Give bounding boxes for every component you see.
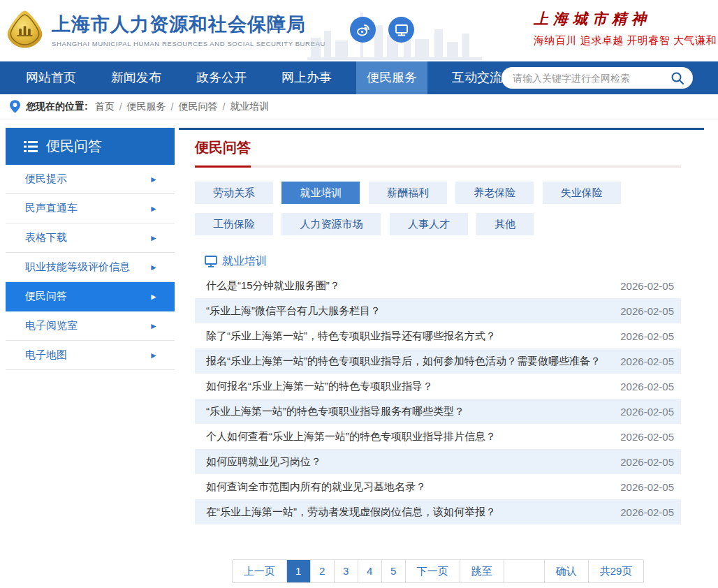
search-input[interactable] <box>513 73 671 84</box>
tab-employment-training[interactable]: 就业培训 <box>281 182 360 204</box>
qa-list: 就业培训 什么是“15分钟就业服务圈”？ 2026-02-05 “乐业上海”微信… <box>195 249 681 524</box>
question-link[interactable]: 如何应聘就业见习岗位？ <box>206 455 606 469</box>
monitor-glyph <box>394 22 409 38</box>
content-layout: 便民问答 便民提示 ► 民声直通车 ► 表格下载 ► 职业技能等级评价信息 ► … <box>0 128 718 583</box>
question-date: 2026-02-05 <box>620 456 674 468</box>
breadcrumb-separator: / <box>171 101 174 112</box>
sidebar-title: 便民问答 <box>46 137 102 156</box>
slogan-title: 上海城市精神 <box>534 9 714 29</box>
qa-row[interactable]: 如何查询全市范围内所有的就业见习基地名录？ 2026-02-05 <box>195 474 681 499</box>
sidebar-item-label: 便民提示 <box>25 172 67 186</box>
question-link[interactable]: 报名“乐业上海第一站”的特色专项职业指导后，如何参加特色活动？需要做哪些准备？ <box>206 355 606 368</box>
page-jump-input[interactable] <box>504 560 544 582</box>
tab-work-injury-insurance[interactable]: 工伤保险 <box>195 213 273 235</box>
question-link[interactable]: 个人如何查看“乐业上海第一站”的特色专项职业指导排片信息？ <box>206 430 606 443</box>
tab-hr-market[interactable]: 人力资源市场 <box>281 213 381 235</box>
question-date: 2026-02-05 <box>620 406 674 418</box>
qa-row[interactable]: 报名“乐业上海第一站”的特色专项职业指导后，如何参加特色活动？需要做哪些准备？ … <box>195 348 681 374</box>
site-subtitle: SHANGHAI MUNICIPAL HUMAN RESOURCES AND S… <box>52 40 325 47</box>
page-button-2[interactable]: 2 <box>310 560 334 582</box>
arrow-right-icon: ► <box>149 351 158 360</box>
city-spirit-slogan: 上海城市精神 海纳百川 追求卓越 开明睿智 大气谦和 <box>534 9 714 47</box>
pagination-wrapper: 上一页 1 2 3 4 5 下一页 跳至 确认 共29页 <box>195 559 681 583</box>
tab-pension-insurance[interactable]: 养老保险 <box>455 182 534 204</box>
tab-personnel-talent[interactable]: 人事人才 <box>390 213 468 235</box>
qa-row[interactable]: 什么是“15分钟就业服务圈”？ 2026-02-05 <box>195 273 681 298</box>
sidebar-item-e-reading-room[interactable]: 电子阅览室 ► <box>6 311 175 341</box>
nav-item-online-services[interactable]: 网上办事 <box>271 61 342 94</box>
arrow-right-icon: ► <box>149 292 158 302</box>
qa-row[interactable]: 如何报名“乐业上海第一站”的特色专项职业指导？ 2026-02-05 <box>195 374 681 399</box>
breadcrumb-home[interactable]: 首页 <box>95 101 115 113</box>
pagination: 上一页 1 2 3 4 5 下一页 跳至 确认 共29页 <box>232 559 645 583</box>
question-link[interactable]: 除了“乐业上海第一站”，特色专项职业指导还有哪些报名方式？ <box>206 330 606 343</box>
question-link[interactable]: 如何查询全市范围内所有的就业见习基地名录？ <box>206 480 606 494</box>
list-icon <box>24 141 38 152</box>
location-pin-icon <box>10 100 20 113</box>
sidebar-item-label: 表格下载 <box>25 231 67 244</box>
weibo-icon[interactable] <box>350 17 376 43</box>
question-date: 2026-02-05 <box>620 506 674 518</box>
page-title: 便民问答 <box>195 138 681 166</box>
sidebar-item-label: 职业技能等级评价信息 <box>25 260 130 274</box>
site-search <box>501 67 693 89</box>
question-link[interactable]: 什么是“15分钟就业服务圈”？ <box>206 279 606 293</box>
sidebar-item-e-map[interactable]: 电子地图 ► <box>6 341 175 370</box>
page: 上海市人力资源和社会保障局 SHANGHAI MUNICIPAL HUMAN R… <box>0 0 718 588</box>
tab-salary-welfare[interactable]: 薪酬福利 <box>369 182 447 204</box>
breadcrumb-qa[interactable]: 便民问答 <box>178 101 217 113</box>
qa-list-title: 就业培训 <box>222 254 267 269</box>
page-button-4[interactable]: 4 <box>358 560 381 582</box>
breadcrumb-label: 您现在的位置: <box>26 101 88 113</box>
nav-item-gov-affairs[interactable]: 政务公开 <box>186 61 257 94</box>
qa-row[interactable]: “乐业上海”微信平台有几大服务栏目？ 2026-02-05 <box>195 298 681 323</box>
question-link[interactable]: 在“乐业上海第一站”，劳动者发现虚假岗位信息，该如何举报？ <box>206 506 606 519</box>
nav-item-convenient-services[interactable]: 便民服务 <box>356 61 427 94</box>
sidebar-item-tips[interactable]: 便民提示 ► <box>6 165 175 194</box>
next-page-button[interactable]: 下一页 <box>405 560 460 582</box>
sidebar-item-voice-express[interactable]: 民声直通车 ► <box>6 194 175 223</box>
question-date: 2026-02-05 <box>620 280 674 292</box>
breadcrumb: 您现在的位置: 首页 / 便民服务 / 便民问答 / 就业培训 <box>0 94 718 119</box>
sidebar-item-qa[interactable]: 便民问答 ► <box>6 282 175 311</box>
question-link[interactable]: “乐业上海”微信平台有几大服务栏目？ <box>206 304 606 318</box>
question-link[interactable]: “乐业上海第一站”的特色专项职业指导服务有哪些类型？ <box>206 405 606 418</box>
tab-labor-relations[interactable]: 劳动关系 <box>195 182 273 204</box>
page-button-3[interactable]: 3 <box>334 560 358 582</box>
page-button-5[interactable]: 5 <box>381 560 405 582</box>
weibo-glyph <box>356 22 371 38</box>
monitor-icon[interactable] <box>388 17 414 43</box>
nav-item-news[interactable]: 新闻发布 <box>101 61 172 94</box>
qa-row[interactable]: 个人如何查看“乐业上海第一站”的特色专项职业指导排片信息？ 2026-02-05 <box>195 424 681 449</box>
breadcrumb-current: 就业培训 <box>230 101 269 113</box>
category-tabs: 劳动关系 就业培训 薪酬福利 养老保险 失业保险 工伤保险 人力资源市场 人事人… <box>195 182 681 244</box>
tab-other[interactable]: 其他 <box>476 213 534 235</box>
sidebar-item-skill-evaluation[interactable]: 职业技能等级评价信息 ► <box>6 253 175 282</box>
breadcrumb-separator: / <box>222 101 225 112</box>
question-link[interactable]: 如何报名“乐业上海第一站”的特色专项职业指导？ <box>206 380 606 393</box>
qa-row[interactable]: 如何应聘就业见习岗位？ 2026-02-05 <box>195 449 681 474</box>
search-icon[interactable] <box>671 71 684 85</box>
sidebar: 便民问答 便民提示 ► 民声直通车 ► 表格下载 ► 职业技能等级评价信息 ► … <box>6 128 175 370</box>
nav-item-home[interactable]: 网站首页 <box>15 61 87 94</box>
prev-page-button[interactable]: 上一页 <box>233 560 286 582</box>
jump-to-label: 跳至 <box>460 560 504 582</box>
main-panel: 便民问答 劳动关系 就业培训 薪酬福利 养老保险 失业保险 工伤保险 人力资源市… <box>179 128 704 583</box>
qa-row[interactable]: 在“乐业上海第一站”，劳动者发现虚假岗位信息，该如何举报？ 2026-02-05 <box>195 499 681 524</box>
slogan-subtitle: 海纳百川 追求卓越 开明睿智 大气谦和 <box>534 34 714 47</box>
question-date: 2026-02-05 <box>620 305 674 317</box>
question-date: 2026-02-05 <box>620 381 674 392</box>
tab-unemployment-insurance[interactable]: 失业保险 <box>543 182 621 204</box>
jump-input-cell <box>504 560 544 582</box>
breadcrumb-separator: / <box>119 101 122 112</box>
page-button-1[interactable]: 1 <box>286 560 310 582</box>
question-date: 2026-02-05 <box>620 481 674 493</box>
sidebar-item-form-download[interactable]: 表格下载 ► <box>6 223 175 253</box>
sidebar-item-label: 电子阅览室 <box>25 319 78 332</box>
arrow-right-icon: ► <box>149 175 158 184</box>
bureau-logo-icon[interactable] <box>6 9 44 50</box>
confirm-button[interactable]: 确认 <box>544 560 588 582</box>
breadcrumb-services[interactable]: 便民服务 <box>127 101 166 113</box>
qa-row[interactable]: 除了“乐业上海第一站”，特色专项职业指导还有哪些报名方式？ 2026-02-05 <box>195 323 681 348</box>
qa-row[interactable]: “乐业上海第一站”的特色专项职业指导服务有哪些类型？ 2026-02-05 <box>195 399 681 424</box>
